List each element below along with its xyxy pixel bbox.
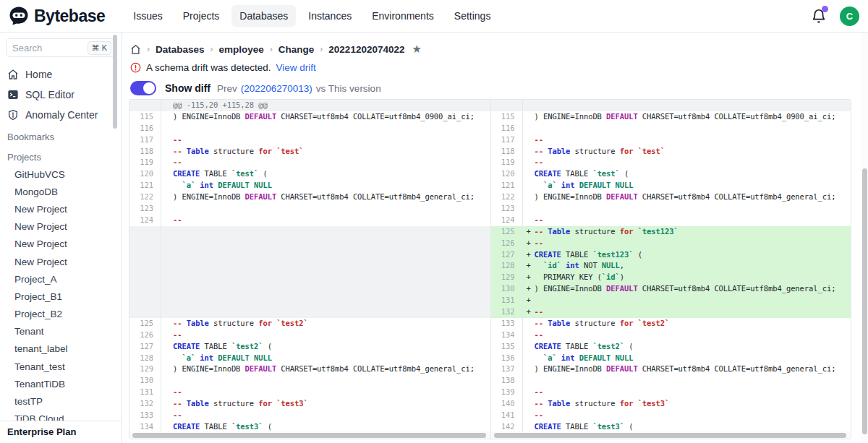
diff-sign [161,238,173,249]
line-number: 130 [491,283,523,295]
bookmark-star-icon[interactable]: ★ [412,43,421,56]
line-number: 123 [129,203,161,215]
home-icon [7,69,19,80]
prev-version-link[interactable]: (202206270013) [241,83,312,94]
top-navbar: Bytebase IssuesProjectsDatabasesInstance… [0,0,868,33]
page-scrollbar-thumb[interactable] [862,168,867,434]
line-number: 126 [129,330,161,341]
line-number: 140 [491,398,523,410]
line-number: 134 [491,330,523,341]
diff-sign [161,398,173,410]
sidebar-scrollbar[interactable] [113,35,117,425]
line-number: 139 [491,387,523,398]
diff-sign [161,306,173,318]
breadcrumb-version[interactable]: 20221202074022 [328,44,404,55]
breadcrumb-change[interactable]: Change [278,44,315,55]
line-number: 129 [129,364,161,375]
code-line: -- Table structure for `test123` [535,226,851,238]
notifications-button[interactable] [811,8,827,24]
sidebar-project-item[interactable]: New Project [0,218,122,236]
sidebar-project-item[interactable]: Project_B2 [0,306,122,323]
search-shortcut-badge: ⌘ K [88,41,111,55]
code-line: -- [535,134,851,146]
diff-row-left-121: 121 `a` int DEFAULT NULL [129,180,490,192]
nav-item-databases[interactable]: Databases [231,5,296,27]
bytebase-logo[interactable]: Bytebase [9,6,105,26]
diff-row-right-118: 118-- Table structure for `test` [491,146,851,158]
nav-item-issues[interactable]: Issues [125,5,170,27]
search-box[interactable]: ⌘ K [6,38,116,57]
code-line: PRIMARY KEY (`id`) [535,272,851,283]
sidebar-project-item[interactable]: MongoDB [0,183,122,200]
page-scrollbar[interactable] [861,33,868,443]
code-line [535,295,851,306]
sidebar-project-item[interactable]: Tenant [0,323,122,340]
line-number: 137 [491,364,523,375]
anomaly-center-icon [7,109,19,121]
line-number: 124 [491,215,523,226]
search-input[interactable] [12,43,88,53]
sidebar-project-item[interactable]: testTP [0,392,122,410]
show-diff-toggle[interactable] [130,81,156,95]
diff-row-left: @@ -115,20 +115,28 @@ [129,100,490,111]
code-line [535,375,851,387]
plan-badge: Enterprise Plan [0,421,122,443]
code-line: -- [535,157,851,168]
code-line: -- Table structure for `test2` [173,318,490,330]
sidebar-project-item[interactable]: Project_B1 [0,288,122,305]
sidebar-project-item[interactable]: GitHubVCS [0,165,122,183]
sidebar-item-anomaly-center[interactable]: Anomaly Center [0,105,122,125]
nav-item-instances[interactable]: Instances [300,5,359,27]
sidebar-item-sql-editor[interactable]: SQL Editor [0,85,122,105]
line-number: 131 [491,295,523,306]
home-icon[interactable] [130,44,141,55]
sidebar-item-label: SQL Editor [25,89,75,100]
sidebar-project-item[interactable]: Tenant_test [0,358,122,375]
code-line: -- Table structure for `test` [535,146,851,158]
sidebar-project-item[interactable]: Project_A [0,270,122,288]
sidebar-item-home[interactable]: Home [0,64,122,85]
nav-item-settings[interactable]: Settings [446,5,499,27]
line-number [129,249,161,261]
diff-hscrollbar-right[interactable] [491,431,851,439]
code-line [535,100,851,111]
diff-row-right-119: 119-- [491,157,851,168]
sidebar-project-item[interactable]: New Project [0,253,122,270]
diff-row-left-129: 129) ENGINE=InnoDB DEFAULT CHARSET=utf8m… [129,364,490,375]
diff-row-right-135: 135CREATE TABLE `test2` ( [491,341,851,353]
line-number: 127 [129,341,161,353]
diff-sign [161,146,173,158]
code-line: CREATE TABLE `test2` ( [173,341,490,353]
sidebar-project-item[interactable]: New Project [0,236,122,253]
breadcrumb-employee[interactable]: employee [219,44,264,55]
diff-sign [161,226,173,238]
diff-hscrollbar-left[interactable] [129,431,490,439]
diff-sign [161,330,173,341]
diff-row-left [129,260,490,272]
diff-rows-current: 115) ENGINE=InnoDB DEFAULT CHARSET=utf8m… [491,100,851,431]
line-number [129,272,161,283]
diff-sign [161,260,173,272]
diff-hscrollbar-right-thumb[interactable] [494,433,847,438]
diff-hscrollbar-left-thumb[interactable] [132,433,486,438]
diff-row-left [129,226,490,238]
diff-sign [523,192,535,203]
show-diff-label: Show diff [165,82,210,94]
code-line [173,203,490,215]
sidebar-project-item[interactable]: New Project [0,200,122,218]
sidebar-project-item[interactable]: TenantTiDB [0,375,122,392]
nav-item-projects[interactable]: Projects [175,5,228,27]
diff-row-right-120: 120CREATE TABLE `test` ( [491,168,851,180]
sidebar-item-label: Anomaly Center [25,109,98,121]
code-line: -- [535,387,851,398]
diff-row-left-131: 131-- [129,387,490,398]
view-drift-link[interactable]: View drift [276,62,316,73]
diff-sign [161,341,173,353]
diff-row-right-136: 136 `a` int DEFAULT NULL [491,353,851,364]
code-line: -- Table structure for `test` [173,146,490,158]
sidebar-project-item[interactable]: tenant_label [0,340,122,358]
breadcrumb-databases[interactable]: Databases [156,44,205,55]
avatar[interactable]: C [840,7,859,26]
nav-item-environments[interactable]: Environments [364,5,442,27]
sidebar-scrollbar-thumb[interactable] [113,35,117,129]
